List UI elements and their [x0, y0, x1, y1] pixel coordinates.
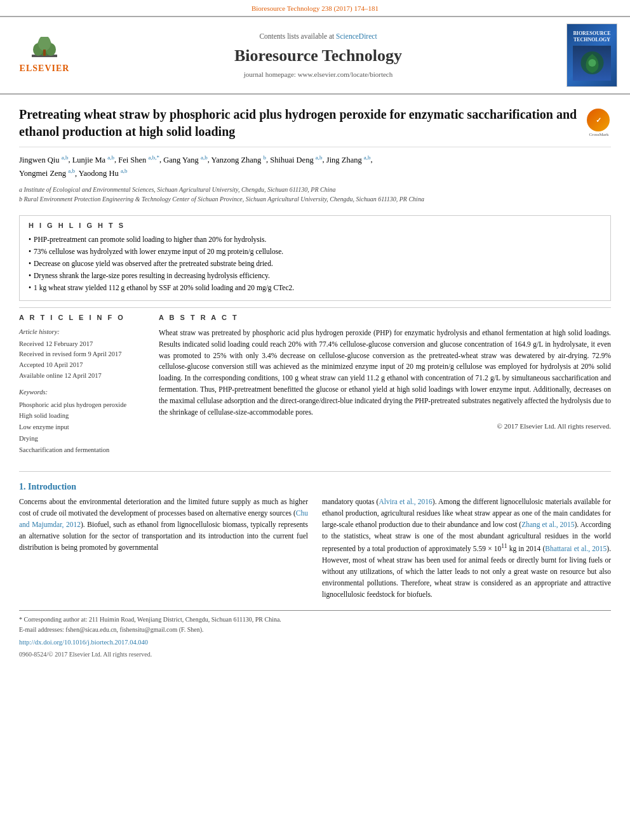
article-info-abstract: A R T I C L E I N F O Article history: R… — [19, 307, 611, 462]
article-info-column: A R T I C L E I N F O Article history: R… — [19, 313, 146, 462]
intro-section-label: 1. Introduction — [19, 481, 611, 493]
journal-reference: Bioresource Technology 238 (2017) 174–18… — [251, 4, 379, 12]
introduction-section: 1. Introduction Concerns about the envir… — [19, 481, 611, 601]
sciencedirect-line: Contents lists available at ScienceDirec… — [83, 31, 554, 41]
cover-graphic-icon — [575, 49, 610, 77]
footnote-section: * Corresponding author at: 211 Huimin Ro… — [19, 610, 611, 660]
author-lunjie-ma: Lunjie Ma a,b — [72, 156, 114, 164]
highlights-section: H I G H L I G H T S • PHP-pretreatment c… — [19, 215, 611, 301]
available-date: Available online 12 April 2017 — [19, 371, 146, 382]
author-jingwen-qiu: Jingwen Qiu a,b — [19, 156, 68, 164]
keywords-block: Keywords: Phosphoric acid plus hydrogen … — [19, 388, 146, 456]
main-content: Pretreating wheat straw by phosphoric ac… — [0, 95, 630, 660]
crossmark-label: CrossMark — [587, 132, 611, 138]
keyword-2: High solid loading — [19, 410, 146, 422]
journal-title-section: Contents lists available at ScienceDirec… — [83, 31, 554, 79]
email-note: E-mail addresses: fshen@sicau.edu.cn, fi… — [19, 625, 611, 635]
received-revised-date: Received in revised form 9 April 2017 — [19, 349, 146, 360]
keyword-3: Low enzyme input — [19, 422, 146, 433]
doi-link[interactable]: http://dx.doi.org/10.1016/j.biortech.201… — [19, 637, 611, 648]
author-yanzong-zhang: Yanzong Zhang b — [211, 156, 266, 164]
journal-homepage: journal homepage: www.elsevier.com/locat… — [83, 70, 554, 79]
author-yaodong-hu: Yaodong Hu a,b — [79, 169, 128, 178]
journal-name: Bioresource Technology — [83, 44, 554, 67]
journal-header: ELSEVIER Contents lists available at Sci… — [0, 16, 630, 95]
intro-left-text: Concerns about the environmental deterio… — [19, 498, 308, 550]
keywords-label: Keywords: — [19, 388, 146, 397]
authors-section: Jingwen Qiu a,b, Lunjie Ma a,b, Fei Shen… — [19, 147, 611, 182]
corresponding-author-note: * Corresponding author at: 211 Huimin Ro… — [19, 615, 611, 625]
elsevier-tree-icon — [25, 37, 64, 61]
accepted-date: Accepted 10 April 2017 — [19, 360, 146, 371]
keyword-4: Drying — [19, 433, 146, 444]
author-shihuai-deng: Shihuai Deng a,b — [270, 156, 322, 164]
abstract-text: Wheat straw was pretreated by phosphoric… — [159, 328, 611, 418]
highlight-item-2: • 73% cellulose was hydrolyzed with lowe… — [29, 246, 601, 257]
article-info-title: A R T I C L E I N F O — [19, 313, 146, 323]
abstract-column: A B S T R A C T Wheat straw was pretreat… — [159, 313, 611, 462]
intro-right-text: mandatory quotas (Alvira et al., 2016). … — [322, 498, 611, 597]
article-title-section: Pretreating wheat straw by phosphoric ac… — [19, 95, 611, 147]
svg-rect-5 — [43, 50, 46, 56]
ref-chu-majumdar[interactable]: Chu and Majumdar, 2012 — [19, 509, 308, 528]
keyword-1: Phosphoric acid plus hydrogen peroxide — [19, 399, 146, 411]
highlight-item-5: • 1 kg wheat straw yielded 112 g ethanol… — [29, 283, 601, 293]
top-bar: Bioresource Technology 238 (2017) 174–18… — [0, 0, 630, 16]
crossmark-badge: ✓ CrossMark — [587, 109, 611, 133]
author-gang-yang: Gang Yang a,b — [163, 156, 207, 164]
received-date: Received 12 February 2017 — [19, 339, 146, 350]
highlight-item-1: • PHP-pretreatment can promote solid loa… — [29, 234, 601, 244]
ref-zhang-2015[interactable]: Zhang et al., 2015 — [521, 521, 574, 528]
intro-left-col: Concerns about the environmental deterio… — [19, 497, 308, 600]
crossmark-icon: ✓ — [587, 109, 610, 131]
article-title: Pretreating wheat straw by phosphoric ac… — [19, 106, 580, 140]
abstract-title: A B S T R A C T — [159, 313, 611, 323]
affiliations-section: a Institute of Ecological and Environmen… — [19, 182, 611, 209]
keyword-5: Saccharification and fermentation — [19, 444, 146, 456]
ref-bhattarai[interactable]: Bhattarai et al., 2015 — [545, 545, 607, 552]
author-yongmei-zeng: Yongmei Zeng a,b — [19, 169, 75, 178]
author-jing-zhang: Jing Zhang a,b — [326, 156, 371, 164]
svg-point-7 — [588, 59, 596, 67]
highlight-item-3: • Decrease on glucose yield was observed… — [29, 258, 601, 269]
ref-alvira[interactable]: Alvira et al., 2016 — [379, 498, 432, 505]
author-fei-shen: Fei Shen a,b,* — [118, 156, 159, 164]
intro-two-col: Concerns about the environmental deterio… — [19, 497, 611, 600]
article-history-block: Article history: Received 12 February 20… — [19, 328, 146, 382]
elsevier-wordmark: ELSEVIER — [20, 62, 70, 75]
highlight-item-4: • Dryness shrank the large-size pores re… — [29, 270, 601, 281]
copyright-notice: © 2017 Elsevier Ltd. All rights reserved… — [159, 422, 611, 431]
sciencedirect-link[interactable]: ScienceDirect — [336, 32, 377, 40]
cover-title: BIORESOURCETECHNOLOGY — [573, 30, 610, 44]
journal-cover-section: BIORESOURCETECHNOLOGY — [554, 23, 617, 87]
affiliation-a: a Institute of Ecological and Environmen… — [19, 185, 611, 194]
article-history-label: Article history: — [19, 328, 146, 337]
intro-right-col: mandatory quotas (Alvira et al., 2016). … — [322, 497, 611, 600]
affiliation-b: b Rural Environment Protection Engineeri… — [19, 194, 611, 204]
elsevier-logo-section: ELSEVIER — [13, 36, 83, 74]
journal-cover-image: BIORESOURCETECHNOLOGY — [566, 23, 617, 87]
section-divider — [19, 471, 611, 472]
highlights-title: H I G H L I G H T S — [29, 221, 601, 230]
issn-line: 0960-8524/© 2017 Elsevier Ltd. All right… — [19, 650, 611, 660]
